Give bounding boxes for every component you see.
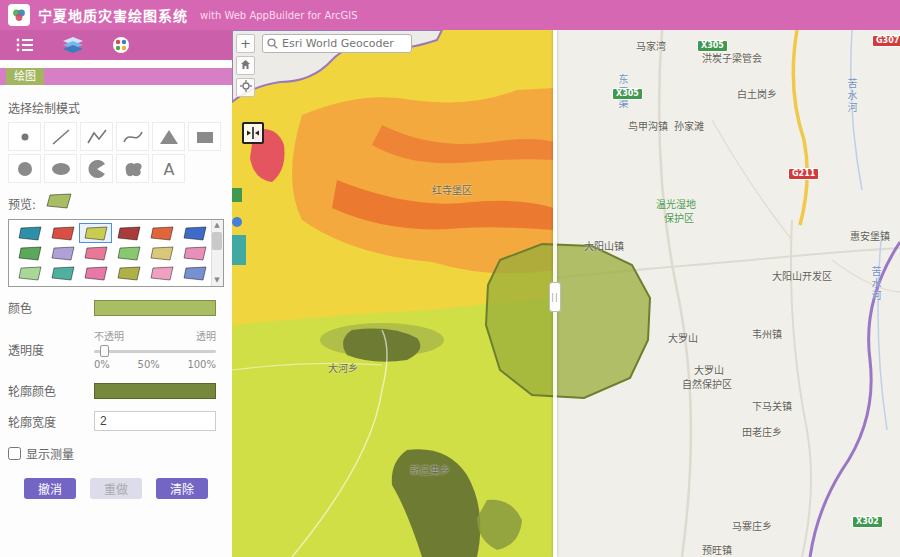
app-title: 宁夏地质灾害绘图系统 [38, 5, 188, 25]
left-column: 绘图 选择绘制模式 A 预览: ▲ ▼ [0, 30, 232, 557]
app-logo-icon [8, 4, 30, 26]
locate-icon [240, 80, 252, 92]
fill-swatch-0[interactable] [13, 223, 46, 243]
fill-symbol-picker: ▲ ▼ [8, 219, 224, 287]
fill-swatch-5[interactable] [178, 223, 211, 243]
undo-button[interactable]: 撤消 [24, 478, 76, 499]
app-subtitle: with Web AppBuilder for ArcGIS [200, 10, 358, 21]
preview-label: 预览: [8, 195, 36, 212]
clear-button[interactable]: 清除 [156, 478, 208, 499]
swipe-handle[interactable]: || [549, 282, 561, 312]
draw-mode-curve[interactable] [116, 122, 149, 151]
fill-swatch-17[interactable] [178, 263, 211, 283]
fill-swatch-13[interactable] [46, 263, 79, 283]
show-measure-checkbox[interactable] [8, 447, 21, 460]
redo-button[interactable]: 重做 [90, 478, 142, 499]
fill-swatch-6[interactable] [13, 243, 46, 263]
home-icon [240, 59, 251, 70]
show-measure-label: 显示测量 [26, 445, 74, 462]
draw-mode-rectangle[interactable] [188, 122, 221, 151]
drawn-polygon-graphic [486, 244, 650, 398]
fill-swatch-23[interactable] [178, 283, 211, 287]
fill-swatch-16[interactable] [145, 263, 178, 283]
slider-track[interactable] [94, 350, 216, 353]
zoom-in-button[interactable]: + [236, 34, 255, 53]
transparent-text: 透明 [196, 328, 216, 343]
app-header: 宁夏地质灾害绘图系统 with Web AppBuilder for ArcGI… [0, 0, 900, 30]
color-label: 颜色 [8, 299, 94, 316]
swipe-tool-button[interactable] [242, 122, 264, 144]
fill-swatch-10[interactable] [145, 243, 178, 263]
svg-text:A: A [163, 160, 174, 179]
draw-mode-polygon[interactable] [80, 154, 113, 183]
fill-swatch-2[interactable] [79, 223, 112, 243]
legend-menu-icon[interactable] [12, 34, 38, 56]
draw-widget-icon[interactable] [108, 34, 134, 56]
tick-100: 100% [187, 359, 216, 370]
fill-swatch-1[interactable] [46, 223, 79, 243]
draw-mode-freehand[interactable] [116, 154, 149, 183]
slider-thumb[interactable] [100, 345, 109, 357]
home-button[interactable] [236, 56, 255, 75]
fill-swatch-4[interactable] [145, 223, 178, 243]
opaque-text: 不透明 [94, 328, 124, 343]
draw-mode-line[interactable] [44, 122, 77, 151]
outline-width-input[interactable] [94, 411, 216, 431]
draw-mode-polyline[interactable] [80, 122, 113, 151]
fill-swatch-19[interactable] [46, 283, 79, 287]
draw-mode-triangle[interactable] [152, 122, 185, 151]
fill-swatch-9[interactable] [112, 243, 145, 263]
swatch-scrollbar[interactable]: ▲ ▼ [211, 220, 223, 286]
outline-color-label: 轮廓颜色 [8, 382, 94, 399]
tick-0: 0% [94, 359, 110, 370]
geocoder-search[interactable] [262, 34, 412, 53]
map-view[interactable]: 马家湾洪炭子梁管会白土岗乡东干渠鸟甲沟镇孙家滩温光湿地保护区苦水河苦水河大阳山镇… [232, 30, 900, 557]
tick-50: 50% [138, 359, 160, 370]
swipe-tool-icon [246, 127, 260, 139]
map-controls: + [236, 34, 255, 97]
fill-swatch-8[interactable] [79, 243, 112, 263]
fill-swatch-14[interactable] [79, 263, 112, 283]
scrollbar-thumb[interactable] [212, 232, 222, 250]
outline-width-label: 轮廓宽度 [8, 413, 94, 430]
search-icon [267, 38, 278, 49]
outline-color-chip[interactable] [94, 383, 216, 399]
fill-swatch-20[interactable] [79, 283, 112, 287]
swipe-divider[interactable]: || [553, 30, 557, 557]
scroll-down-icon[interactable]: ▼ [211, 275, 223, 286]
opacity-label: 透明度 [8, 341, 94, 358]
opacity-control: 不透明 透明 0% 50% 100% [94, 328, 216, 370]
draw-mode-ellipse[interactable] [44, 154, 77, 183]
fill-swatch-15[interactable] [112, 263, 145, 283]
preview-swatch [46, 193, 72, 213]
locate-button[interactable] [236, 78, 255, 97]
scroll-up-icon[interactable]: ▲ [211, 220, 223, 231]
fill-swatch-18[interactable] [13, 283, 46, 287]
fill-swatch-21[interactable] [112, 283, 145, 287]
draw-mode-text[interactable]: A [152, 154, 185, 183]
draw-mode-circle[interactable] [8, 154, 41, 183]
draw-mode-grid: A [8, 122, 224, 183]
draw-panel: 绘图 选择绘制模式 A 预览: ▲ ▼ [0, 60, 232, 557]
fill-color-chip[interactable] [94, 300, 216, 316]
fill-swatch-11[interactable] [178, 243, 211, 263]
fill-swatch-12[interactable] [13, 263, 46, 283]
panel-tab-strip: 绘图 [0, 68, 232, 85]
draw-mode-point[interactable] [8, 122, 41, 151]
tab-draw[interactable]: 绘图 [6, 68, 44, 85]
map-canvas [232, 30, 900, 557]
swatch-grid [13, 223, 209, 287]
fill-swatch-3[interactable] [112, 223, 145, 243]
search-input[interactable] [282, 37, 407, 50]
fill-swatch-7[interactable] [46, 243, 79, 263]
opacity-slider[interactable] [94, 345, 216, 357]
fill-swatch-22[interactable] [145, 283, 178, 287]
layers-icon[interactable] [60, 34, 86, 56]
widget-toolbar [0, 30, 232, 60]
mode-section-label: 选择绘制模式 [8, 99, 224, 116]
